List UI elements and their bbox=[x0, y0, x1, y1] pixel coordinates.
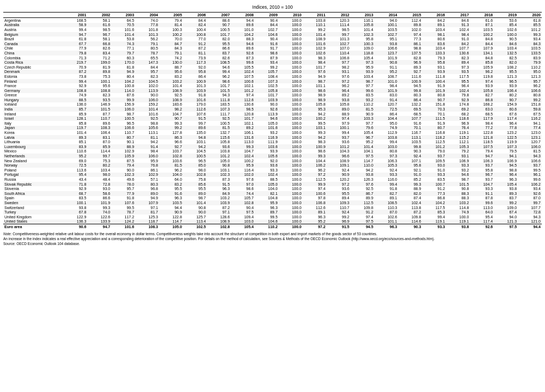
data-cell: 116.9 bbox=[255, 135, 278, 140]
data-cell: 99.7 bbox=[326, 32, 350, 37]
data-cell: 96.3 bbox=[302, 215, 326, 219]
data-cell: 100.2 bbox=[302, 116, 326, 121]
data-cell: 89.3 bbox=[63, 135, 87, 140]
table-row: Iceland136.0146.9156.9159.2183.6179.0183… bbox=[3, 102, 542, 107]
data-cell: 151.8 bbox=[422, 102, 446, 107]
data-cell: 101.6 bbox=[111, 27, 135, 32]
data-cell: 99.3 bbox=[87, 205, 111, 210]
data-cell: 94.3 bbox=[518, 154, 542, 158]
data-cell: 93.9 bbox=[255, 149, 278, 154]
data-cell: 89.2 bbox=[326, 93, 350, 98]
data-cell: 103.2 bbox=[446, 200, 470, 205]
country-name: Australia bbox=[3, 23, 63, 28]
data-cell: 108.9 bbox=[302, 36, 326, 41]
data-cell: 86.8 bbox=[422, 196, 446, 201]
data-cell: 89.6 bbox=[87, 121, 111, 126]
data-cell: 101.9 bbox=[374, 88, 398, 93]
data-cell: 77.3 bbox=[422, 191, 446, 196]
data-cell: 89.8 bbox=[398, 23, 422, 28]
data-cell: 87.6 bbox=[111, 93, 135, 98]
data-cell: 95.2 bbox=[350, 139, 374, 144]
data-cell: 183.5 bbox=[207, 102, 231, 107]
table-row: United States136.3133.9124.2118.7114.711… bbox=[3, 219, 542, 224]
country-name: Finland bbox=[3, 79, 63, 84]
data-cell: 79.7 bbox=[111, 51, 135, 56]
data-cell: 92.5 bbox=[159, 93, 183, 98]
data-cell: 90.7 bbox=[494, 97, 518, 102]
data-cell: 99.6 bbox=[518, 177, 542, 182]
data-cell: 93.8 bbox=[374, 41, 398, 46]
data-cell: 101.7 bbox=[302, 65, 326, 70]
country-name: Slovenia bbox=[3, 186, 63, 191]
data-cell: 98.1 bbox=[422, 32, 446, 37]
data-cell: 103.0 bbox=[374, 144, 398, 149]
data-cell: 95.5 bbox=[207, 41, 231, 46]
data-cell: 110.6 bbox=[63, 149, 87, 154]
data-cell: 113.9 bbox=[135, 88, 159, 93]
data-cell: 100.0 bbox=[446, 215, 470, 219]
data-cell: 97.6 bbox=[302, 70, 326, 75]
data-cell: 106.6 bbox=[111, 126, 135, 131]
data-cell: 121.3 bbox=[518, 74, 542, 79]
country-name: Korea bbox=[3, 130, 63, 135]
data-cell: 96.7 bbox=[87, 32, 111, 37]
data-cell: 61.6 bbox=[87, 23, 111, 28]
source-text: Source: OECD Economic Outlook 104 databa… bbox=[3, 242, 80, 246]
data-cell: 84.3 bbox=[159, 46, 183, 51]
data-cell: 100.2 bbox=[231, 158, 255, 163]
data-cell: 102.0 bbox=[135, 83, 159, 88]
data-cell: 119.8 bbox=[470, 74, 494, 79]
data-cell: 100.0 bbox=[278, 121, 302, 126]
data-cell: 98.8 bbox=[135, 121, 159, 126]
data-cell: 88.9 bbox=[111, 144, 135, 149]
data-cell: 107.9 bbox=[470, 46, 494, 51]
data-cell: 79.2 bbox=[446, 149, 470, 154]
data-cell: 96.6 bbox=[326, 154, 350, 158]
table-row: Ireland85.987.798.7101.6104.7107.6111.71… bbox=[3, 112, 542, 117]
data-cell: 108.9 bbox=[159, 88, 183, 93]
country-name: Denmark bbox=[3, 70, 63, 75]
data-cell: 67.7 bbox=[63, 41, 87, 46]
data-cell: 99.3 bbox=[231, 144, 255, 149]
data-cell: 95.2 bbox=[374, 70, 398, 75]
data-cell: 74.3 bbox=[111, 41, 135, 46]
data-cell: 114.8 bbox=[446, 205, 470, 210]
data-cell: 103.9 bbox=[255, 97, 278, 102]
data-cell: 83.7 bbox=[494, 196, 518, 201]
country-name: South Africa bbox=[3, 191, 63, 196]
data-cell: 113.0 bbox=[470, 205, 494, 210]
data-cell: 95.9 bbox=[231, 163, 255, 168]
data-cell: 80.3 bbox=[135, 182, 159, 187]
data-cell: 105.8 bbox=[302, 102, 326, 107]
data-cell: 101.7 bbox=[231, 116, 255, 121]
data-cell: 93.5 bbox=[446, 70, 470, 75]
data-cell: 100.0 bbox=[278, 163, 302, 168]
data-cell: 100.0 bbox=[278, 186, 302, 191]
table-row: Slovak Republic71.872.878.080.383.285.69… bbox=[3, 182, 542, 187]
data-cell: 94.5 bbox=[398, 83, 422, 88]
data-cell: 87.0 bbox=[518, 196, 542, 201]
footer-link[interactable]: (http://www.oecd.org/eco/sources-and-met… bbox=[352, 237, 435, 241]
data-cell: 130.6 bbox=[446, 51, 470, 56]
table-row: United Kingdom122.9122.6117.2125.3122.81… bbox=[3, 215, 542, 219]
data-cell: 98.6 bbox=[207, 79, 231, 84]
data-cell: 84.6 bbox=[446, 18, 470, 23]
data-cell: 107.9 bbox=[135, 200, 159, 205]
data-cell: 99.9 bbox=[302, 182, 326, 187]
data-cell: 70.1 bbox=[398, 126, 422, 131]
data-cell: 82.3 bbox=[135, 74, 159, 79]
data-cell: 78.7 bbox=[111, 210, 135, 215]
data-cell: 91.6 bbox=[255, 41, 278, 46]
data-cell: 96.2 bbox=[302, 168, 326, 173]
data-cell: 105.8 bbox=[470, 88, 494, 93]
data-cell: 99.3 bbox=[398, 182, 422, 187]
data-cell: 118.2 bbox=[422, 135, 446, 140]
data-cell: 80.5 bbox=[135, 46, 159, 51]
data-cell: 71.3 bbox=[63, 56, 87, 60]
data-cell: 93.7 bbox=[326, 135, 350, 140]
data-cell: 156.9 bbox=[111, 102, 135, 107]
data-cell: 103.0 bbox=[231, 219, 255, 224]
data-cell: 94.7 bbox=[63, 32, 87, 37]
data-cell: 102.6 bbox=[302, 51, 326, 56]
data-cell: 92.7 bbox=[159, 144, 183, 149]
